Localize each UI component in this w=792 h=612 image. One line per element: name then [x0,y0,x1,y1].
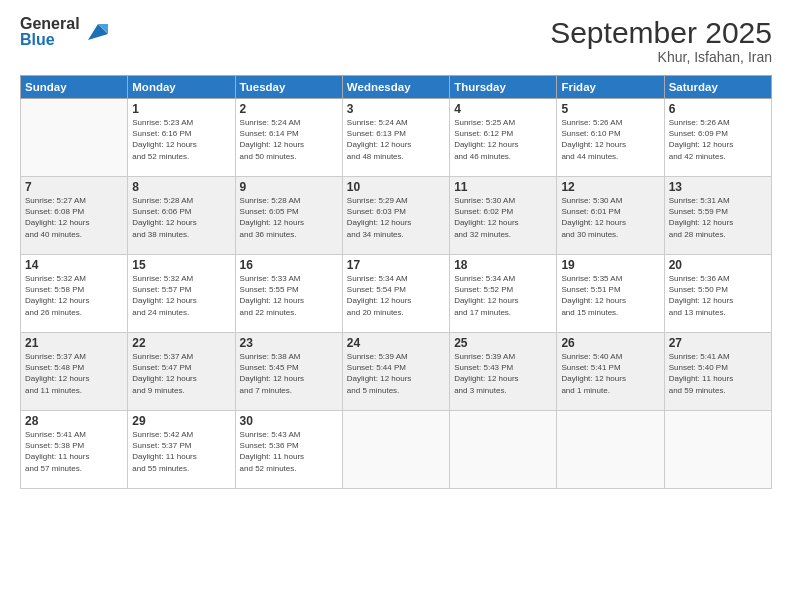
day-number: 29 [132,414,230,428]
day-number: 10 [347,180,445,194]
table-row [21,99,128,177]
cell-info: Sunrise: 5:31 AM Sunset: 5:59 PM Dayligh… [669,195,767,240]
day-number: 16 [240,258,338,272]
day-number: 28 [25,414,123,428]
table-row [342,411,449,489]
table-row: 1Sunrise: 5:23 AM Sunset: 6:16 PM Daylig… [128,99,235,177]
table-row: 5Sunrise: 5:26 AM Sunset: 6:10 PM Daylig… [557,99,664,177]
th-friday: Friday [557,76,664,99]
table-row: 22Sunrise: 5:37 AM Sunset: 5:47 PM Dayli… [128,333,235,411]
cell-info: Sunrise: 5:39 AM Sunset: 5:44 PM Dayligh… [347,351,445,396]
table-row: 7Sunrise: 5:27 AM Sunset: 6:08 PM Daylig… [21,177,128,255]
day-number: 23 [240,336,338,350]
th-monday: Monday [128,76,235,99]
table-row [557,411,664,489]
day-number: 14 [25,258,123,272]
day-number: 2 [240,102,338,116]
table-row: 26Sunrise: 5:40 AM Sunset: 5:41 PM Dayli… [557,333,664,411]
cell-info: Sunrise: 5:41 AM Sunset: 5:40 PM Dayligh… [669,351,767,396]
table-row: 23Sunrise: 5:38 AM Sunset: 5:45 PM Dayli… [235,333,342,411]
table-row [664,411,771,489]
day-number: 12 [561,180,659,194]
table-row: 20Sunrise: 5:36 AM Sunset: 5:50 PM Dayli… [664,255,771,333]
table-row: 8Sunrise: 5:28 AM Sunset: 6:06 PM Daylig… [128,177,235,255]
day-number: 4 [454,102,552,116]
table-row: 21Sunrise: 5:37 AM Sunset: 5:48 PM Dayli… [21,333,128,411]
calendar-week-row: 7Sunrise: 5:27 AM Sunset: 6:08 PM Daylig… [21,177,772,255]
day-number: 11 [454,180,552,194]
day-number: 5 [561,102,659,116]
table-row: 2Sunrise: 5:24 AM Sunset: 6:14 PM Daylig… [235,99,342,177]
cell-info: Sunrise: 5:30 AM Sunset: 6:01 PM Dayligh… [561,195,659,240]
day-number: 13 [669,180,767,194]
cell-info: Sunrise: 5:35 AM Sunset: 5:51 PM Dayligh… [561,273,659,318]
calendar-table: Sunday Monday Tuesday Wednesday Thursday… [20,75,772,489]
table-row: 13Sunrise: 5:31 AM Sunset: 5:59 PM Dayli… [664,177,771,255]
weekday-header-row: Sunday Monday Tuesday Wednesday Thursday… [21,76,772,99]
th-sunday: Sunday [21,76,128,99]
day-number: 18 [454,258,552,272]
cell-info: Sunrise: 5:26 AM Sunset: 6:09 PM Dayligh… [669,117,767,162]
logo-icon [84,20,108,44]
table-row: 29Sunrise: 5:42 AM Sunset: 5:37 PM Dayli… [128,411,235,489]
th-thursday: Thursday [450,76,557,99]
day-number: 26 [561,336,659,350]
table-row: 18Sunrise: 5:34 AM Sunset: 5:52 PM Dayli… [450,255,557,333]
day-number: 7 [25,180,123,194]
logo-general: General [20,16,80,32]
cell-info: Sunrise: 5:25 AM Sunset: 6:12 PM Dayligh… [454,117,552,162]
cell-info: Sunrise: 5:36 AM Sunset: 5:50 PM Dayligh… [669,273,767,318]
day-number: 20 [669,258,767,272]
th-tuesday: Tuesday [235,76,342,99]
table-row: 12Sunrise: 5:30 AM Sunset: 6:01 PM Dayli… [557,177,664,255]
month-title: September 2025 [550,16,772,49]
cell-info: Sunrise: 5:23 AM Sunset: 6:16 PM Dayligh… [132,117,230,162]
table-row: 4Sunrise: 5:25 AM Sunset: 6:12 PM Daylig… [450,99,557,177]
cell-info: Sunrise: 5:26 AM Sunset: 6:10 PM Dayligh… [561,117,659,162]
day-number: 19 [561,258,659,272]
logo-text: General Blue [20,16,80,48]
day-number: 17 [347,258,445,272]
table-row: 19Sunrise: 5:35 AM Sunset: 5:51 PM Dayli… [557,255,664,333]
table-row: 3Sunrise: 5:24 AM Sunset: 6:13 PM Daylig… [342,99,449,177]
table-row: 10Sunrise: 5:29 AM Sunset: 6:03 PM Dayli… [342,177,449,255]
calendar-week-row: 14Sunrise: 5:32 AM Sunset: 5:58 PM Dayli… [21,255,772,333]
table-row: 28Sunrise: 5:41 AM Sunset: 5:38 PM Dayli… [21,411,128,489]
cell-info: Sunrise: 5:34 AM Sunset: 5:54 PM Dayligh… [347,273,445,318]
day-number: 8 [132,180,230,194]
cell-info: Sunrise: 5:39 AM Sunset: 5:43 PM Dayligh… [454,351,552,396]
cell-info: Sunrise: 5:37 AM Sunset: 5:47 PM Dayligh… [132,351,230,396]
day-number: 30 [240,414,338,428]
th-wednesday: Wednesday [342,76,449,99]
cell-info: Sunrise: 5:32 AM Sunset: 5:57 PM Dayligh… [132,273,230,318]
calendar-body: 1Sunrise: 5:23 AM Sunset: 6:16 PM Daylig… [21,99,772,489]
cell-info: Sunrise: 5:37 AM Sunset: 5:48 PM Dayligh… [25,351,123,396]
day-number: 22 [132,336,230,350]
cell-info: Sunrise: 5:32 AM Sunset: 5:58 PM Dayligh… [25,273,123,318]
calendar-week-row: 1Sunrise: 5:23 AM Sunset: 6:16 PM Daylig… [21,99,772,177]
cell-info: Sunrise: 5:33 AM Sunset: 5:55 PM Dayligh… [240,273,338,318]
header: General Blue September 2025 Khur, Isfaha… [20,16,772,65]
cell-info: Sunrise: 5:42 AM Sunset: 5:37 PM Dayligh… [132,429,230,474]
day-number: 9 [240,180,338,194]
page: General Blue September 2025 Khur, Isfaha… [0,0,792,612]
table-row: 11Sunrise: 5:30 AM Sunset: 6:02 PM Dayli… [450,177,557,255]
cell-info: Sunrise: 5:29 AM Sunset: 6:03 PM Dayligh… [347,195,445,240]
cell-info: Sunrise: 5:24 AM Sunset: 6:13 PM Dayligh… [347,117,445,162]
day-number: 25 [454,336,552,350]
table-row: 24Sunrise: 5:39 AM Sunset: 5:44 PM Dayli… [342,333,449,411]
calendar-week-row: 28Sunrise: 5:41 AM Sunset: 5:38 PM Dayli… [21,411,772,489]
day-number: 3 [347,102,445,116]
cell-info: Sunrise: 5:27 AM Sunset: 6:08 PM Dayligh… [25,195,123,240]
cell-info: Sunrise: 5:40 AM Sunset: 5:41 PM Dayligh… [561,351,659,396]
cell-info: Sunrise: 5:34 AM Sunset: 5:52 PM Dayligh… [454,273,552,318]
table-row [450,411,557,489]
table-row: 16Sunrise: 5:33 AM Sunset: 5:55 PM Dayli… [235,255,342,333]
cell-info: Sunrise: 5:43 AM Sunset: 5:36 PM Dayligh… [240,429,338,474]
cell-info: Sunrise: 5:38 AM Sunset: 5:45 PM Dayligh… [240,351,338,396]
logo: General Blue [20,16,108,48]
cell-info: Sunrise: 5:41 AM Sunset: 5:38 PM Dayligh… [25,429,123,474]
table-row: 30Sunrise: 5:43 AM Sunset: 5:36 PM Dayli… [235,411,342,489]
table-row: 25Sunrise: 5:39 AM Sunset: 5:43 PM Dayli… [450,333,557,411]
day-number: 27 [669,336,767,350]
